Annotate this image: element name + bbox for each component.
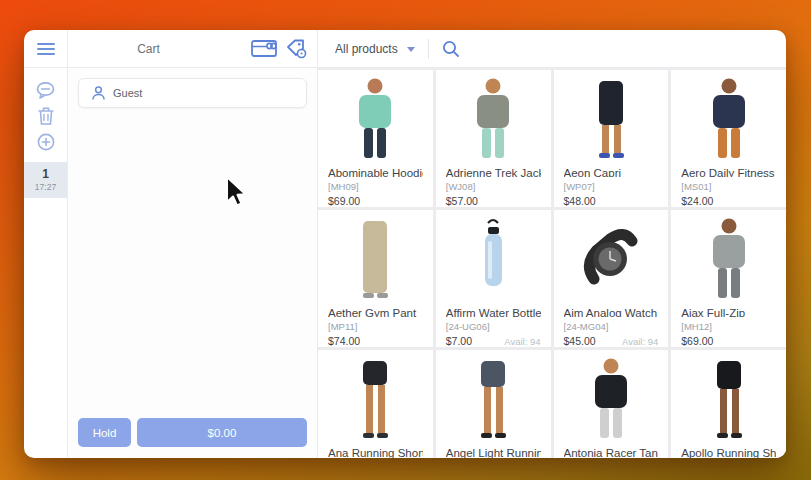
product-image <box>681 75 776 163</box>
product-price: $48.00 <box>564 195 596 207</box>
product-card[interactable]: Adrienne Trek Jacket [WJ08] $57.00 <box>436 70 551 207</box>
tag-discount-icon <box>286 39 307 59</box>
product-image <box>446 355 541 443</box>
product-card[interactable]: Aeon Capri [WP07] $48.00 <box>554 70 669 207</box>
product-name: Antonia Racer Tank <box>564 447 659 458</box>
product-image <box>328 75 423 163</box>
product-name: Angel Light Running <box>446 447 541 458</box>
cart-tab-number: 1 <box>24 167 67 181</box>
product-image <box>446 215 541 303</box>
product-filter-dropdown[interactable]: All products <box>335 42 398 56</box>
header-divider <box>428 39 429 59</box>
desktop-background: { "app": { "cart_title": "Cart" }, "side… <box>0 0 811 480</box>
sidebar-item-comment[interactable] <box>24 77 67 103</box>
product-card[interactable]: Affirm Water Bottle [24-UG06] $7.00 Avai… <box>436 210 551 347</box>
product-price: $7.00 <box>446 335 472 347</box>
search-icon <box>442 40 460 58</box>
menu-button[interactable] <box>24 30 68 67</box>
product-sku: [24-MG04] <box>564 321 659 332</box>
product-card[interactable]: Abominable Hoodie [MH09] $69.00 <box>318 70 433 207</box>
product-price: $57.00 <box>446 195 478 207</box>
cart-header: Cart <box>68 30 318 67</box>
product-price-row: $24.00 <box>681 195 776 207</box>
product-name: Aim Analog Watch <box>564 307 659 317</box>
tag-discount-button[interactable] <box>286 39 307 59</box>
product-price: $45.00 <box>564 335 596 347</box>
product-name: Aeon Capri <box>564 167 659 177</box>
product-sku: [WP07] <box>564 181 659 192</box>
product-card[interactable]: Ana Running Short [WSH10] <box>318 350 433 458</box>
customer-selector[interactable]: Guest <box>78 78 307 108</box>
product-price-row: $69.00 <box>681 335 776 347</box>
product-sku: [WJ08] <box>446 181 541 192</box>
app-header: Cart All products <box>24 30 786 68</box>
product-price-row: $48.00 <box>564 195 659 207</box>
menu-icon <box>37 42 55 56</box>
product-price-row: $57.00 <box>446 195 541 207</box>
sidebar-cart-tab[interactable]: 1 17:27 <box>24 162 67 198</box>
sidebar: 1 17:27 <box>24 68 68 458</box>
product-image <box>681 215 776 303</box>
cart-tab-time: 17:27 <box>24 182 67 192</box>
cart-title: Cart <box>68 42 229 56</box>
product-name: Apollo Running Short <box>681 447 776 458</box>
product-image <box>328 215 423 303</box>
product-image <box>446 75 541 163</box>
product-price: $69.00 <box>681 335 713 347</box>
product-price: $74.00 <box>328 335 360 347</box>
product-price-row: $69.00 <box>328 195 423 207</box>
product-sku: [MS01] <box>681 181 776 192</box>
product-sku: [MH09] <box>328 181 423 192</box>
add-circle-icon <box>37 133 55 151</box>
product-price: $69.00 <box>328 195 360 207</box>
chevron-down-icon[interactable] <box>407 47 415 52</box>
main-content: 1 17:27 Guest Hold $0.00 Abominable Hood… <box>24 68 786 458</box>
sidebar-item-add-cart[interactable] <box>24 129 67 155</box>
product-image <box>328 355 423 443</box>
pos-app-window: Cart All products <box>24 30 786 458</box>
product-card[interactable]: Aether Gym Pant [MP11] $74.00 <box>318 210 433 347</box>
product-card[interactable]: Aero Daily Fitness Tee [MS01] $24.00 <box>671 70 786 207</box>
product-price-row: $45.00 Avail: 94 <box>564 335 659 347</box>
cart-panel: Guest Hold $0.00 <box>68 68 318 458</box>
trash-icon <box>38 107 54 125</box>
product-name: Abominable Hoodie <box>328 167 423 177</box>
product-card[interactable]: Ajax Full-Zip [MH12] $69.00 <box>671 210 786 347</box>
products-grid: Abominable Hoodie [MH09] $69.00 Adrienne… <box>318 68 786 458</box>
product-sku: [24-UG06] <box>446 321 541 332</box>
cart-actions: Hold $0.00 <box>68 409 317 458</box>
product-image <box>564 215 659 303</box>
product-availability: Avail: 94 <box>622 336 658 347</box>
product-image <box>564 75 659 163</box>
customer-name: Guest <box>113 87 142 99</box>
comment-icon <box>36 82 55 99</box>
product-name: Ajax Full-Zip <box>681 307 776 317</box>
checkout-total-button[interactable]: $0.00 <box>137 418 307 447</box>
search-button[interactable] <box>442 40 460 58</box>
hold-button[interactable]: Hold <box>78 418 131 447</box>
product-price: $24.00 <box>681 195 713 207</box>
product-image <box>681 355 776 443</box>
product-name: Aether Gym Pant <box>328 307 423 317</box>
product-card[interactable]: Aim Analog Watch [24-MG04] $45.00 Avail:… <box>554 210 669 347</box>
person-icon <box>92 86 105 100</box>
product-availability: Avail: 94 <box>504 336 540 347</box>
product-card[interactable]: Antonia Racer Tank [WT08] <box>554 350 669 458</box>
product-name: Ana Running Short <box>328 447 423 458</box>
gift-card-icon <box>251 39 277 58</box>
product-image <box>564 355 659 443</box>
product-price-row: $74.00 <box>328 335 423 347</box>
product-name: Adrienne Trek Jacket <box>446 167 541 177</box>
sidebar-item-trash[interactable] <box>24 103 67 129</box>
product-card[interactable]: Angel Light Running [WSH05] <box>436 350 551 458</box>
product-sku: [MH12] <box>681 321 776 332</box>
product-name: Affirm Water Bottle <box>446 307 541 317</box>
product-card[interactable]: Apollo Running Short [MSH02] <box>671 350 786 458</box>
product-name: Aero Daily Fitness Tee <box>681 167 776 177</box>
gift-card-button[interactable] <box>251 39 277 58</box>
product-sku: [MP11] <box>328 321 423 332</box>
products-header: All products <box>318 30 786 67</box>
product-price-row: $7.00 Avail: 94 <box>446 335 541 347</box>
